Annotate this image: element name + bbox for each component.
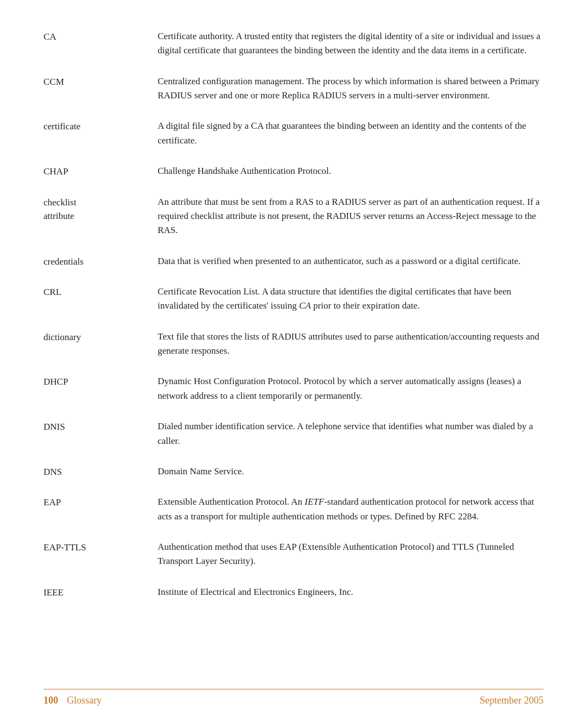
- term-credentials: credentials: [43, 254, 158, 269]
- def-crl-suffix: prior to their expiration date.: [311, 300, 420, 311]
- def-dictionary: Text file that stores the lists of RADIU…: [158, 330, 544, 359]
- term-certificate: certificate: [43, 119, 158, 134]
- term-ca: CA: [43, 29, 158, 44]
- list-item: DNS Domain Name Service.: [43, 465, 544, 479]
- list-item: DNIS Dialed number identification servic…: [43, 419, 544, 448]
- def-dhcp: Dynamic Host Configuration Protocol. Pro…: [158, 374, 544, 403]
- def-ieee: Institute of Electrical and Electronics …: [158, 585, 544, 599]
- term-eap: EAP: [43, 495, 158, 510]
- def-credentials: Data that is verified when presented to …: [158, 254, 544, 268]
- footer-date: September 2005: [480, 695, 544, 706]
- list-item: EAP-TTLS Authentication method that uses…: [43, 540, 544, 569]
- def-chap: Challenge Handshake Authentication Proto…: [158, 164, 544, 178]
- term-crl: CRL: [43, 285, 158, 299]
- term-ccm: CCM: [43, 74, 158, 89]
- footer-page-number: 100: [43, 695, 58, 706]
- list-item: checklist attribute An attribute that mu…: [43, 195, 544, 238]
- def-eap: Extensible Authentication Protocol. An I…: [158, 495, 544, 524]
- def-eap-ttls: Authentication method that uses EAP (Ext…: [158, 540, 544, 569]
- ca-link[interactable]: CA: [299, 300, 311, 311]
- ietf-link[interactable]: IETF: [305, 497, 324, 507]
- def-dnis: Dialed number identification service. A …: [158, 419, 544, 448]
- term-chap: CHAP: [43, 164, 158, 179]
- list-item: DHCP Dynamic Host Configuration Protocol…: [43, 374, 544, 403]
- footer: 100 Glossary September 2005: [43, 689, 544, 706]
- term-dnis: DNIS: [43, 419, 158, 434]
- term-dictionary: dictionary: [43, 330, 158, 344]
- term-dns: DNS: [43, 465, 158, 479]
- footer-content: 100 Glossary September 2005: [43, 695, 544, 706]
- term-checklist-attribute: checklist attribute: [43, 195, 158, 223]
- glossary-table: CA Certificate authority. A trusted enti…: [43, 29, 544, 599]
- def-eap-text: Extensible Authentication Protocol. An: [158, 497, 305, 507]
- list-item: CCM Centralized configuration management…: [43, 74, 544, 103]
- footer-section-label: Glossary: [67, 695, 102, 706]
- term-eap-ttls: EAP-TTLS: [43, 540, 158, 555]
- list-item: credentials Data that is verified when p…: [43, 254, 544, 269]
- footer-divider: [43, 689, 544, 689]
- list-item: IEEE Institute of Electrical and Electro…: [43, 585, 544, 600]
- def-certificate: A digital file signed by a CA that guara…: [158, 119, 544, 148]
- list-item: CRL Certificate Revocation List. A data …: [43, 285, 544, 313]
- page-content: CA Certificate authority. A trusted enti…: [0, 0, 587, 659]
- def-ccm: Centralized configuration management. Th…: [158, 74, 544, 103]
- term-ieee: IEEE: [43, 585, 158, 600]
- term-dhcp: DHCP: [43, 374, 158, 389]
- footer-left: 100 Glossary: [43, 695, 102, 706]
- list-item: CHAP Challenge Handshake Authentication …: [43, 164, 544, 179]
- def-checklist-attribute: An attribute that must be sent from a RA…: [158, 195, 544, 238]
- def-ca: Certificate authority. A trusted entity …: [158, 29, 544, 58]
- def-dns: Domain Name Service.: [158, 465, 544, 479]
- list-item: CA Certificate authority. A trusted enti…: [43, 29, 544, 58]
- list-item: dictionary Text file that stores the lis…: [43, 330, 544, 359]
- def-crl: Certificate Revocation List. A data stru…: [158, 285, 544, 313]
- list-item: EAP Extensible Authentication Protocol. …: [43, 495, 544, 524]
- list-item: certificate A digital file signed by a C…: [43, 119, 544, 148]
